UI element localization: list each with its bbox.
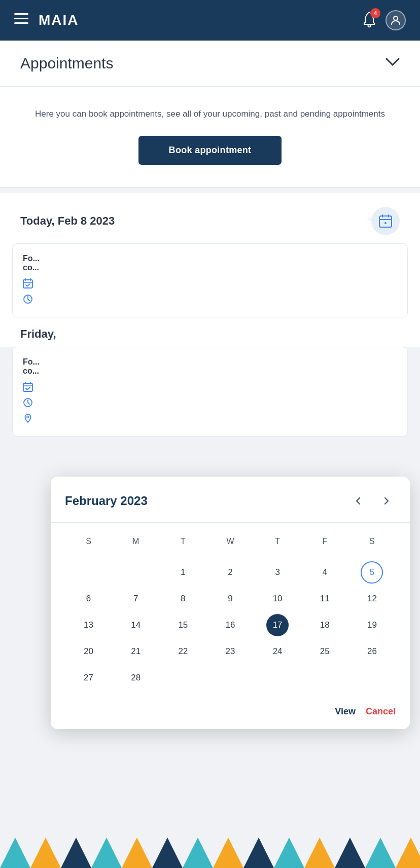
appt-meta-row-2 [23,294,397,307]
intro-text: Here you can book appointments, see all … [20,107,400,121]
triangle-decoration [365,838,396,868]
calendar-day-empty [219,667,241,689]
calendar-cancel-button[interactable]: Cancel [366,706,396,717]
intro-section: Here you can book appointments, see all … [0,87,420,188]
appointment-card-2: Fo...co... [12,347,408,437]
svg-rect-7 [23,280,32,288]
calendar-day-22[interactable]: 22 [172,640,194,663]
calendar-day-10[interactable]: 10 [266,588,289,610]
calendar-day-3[interactable]: 3 [266,561,289,584]
calendar-day-25[interactable]: 25 [313,640,336,663]
dow-fri: F [301,533,348,554]
triangle-decoration [61,838,91,868]
calendar-day-empty [266,667,289,689]
triangle-decoration [304,838,335,868]
appt-card-2-meta [23,382,397,426]
svg-point-4 [394,16,398,20]
calendar-day-5[interactable]: 5 [361,561,383,584]
calendar-day-26[interactable]: 26 [361,640,383,663]
calendar-day-20[interactable]: 20 [78,640,100,663]
calendar-day-9[interactable]: 9 [219,588,241,610]
calendar-day-4[interactable]: 4 [313,561,336,584]
calendar-day-19[interactable]: 19 [361,614,383,636]
today-label: Today, Feb 8 2023 [20,214,115,228]
calendar-day-16[interactable]: 16 [219,614,241,636]
appt-meta-row-5 [23,413,397,426]
calendar-day-27[interactable]: 27 [78,667,100,689]
notification-button[interactable]: 4 [361,11,377,29]
dow-sun: S [65,533,112,554]
calendar-day-17[interactable]: 17 [266,614,289,636]
user-icon [390,14,402,26]
svg-rect-1 [14,18,28,19]
svg-rect-0 [14,13,28,15]
calendar-nav [349,492,396,510]
calendar-footer: View Cancel [65,696,396,729]
clock-icon-2 [23,397,33,410]
triangle-decoration [183,838,213,868]
svg-point-6 [384,222,387,224]
calendar-day-7[interactable]: 7 [125,588,147,610]
calendar-picker-button[interactable] [371,207,400,235]
calendar-day-12[interactable]: 12 [361,588,383,610]
triangle-decoration [396,838,420,868]
calendar-day-14[interactable]: 14 [125,614,147,636]
dow-mon: M [112,533,159,554]
svg-rect-2 [14,22,28,24]
calendar-day-28[interactable]: 28 [125,667,147,689]
calendar-icon [378,214,393,228]
today-appointments: Fo...co... [0,243,420,317]
bottom-pattern [0,838,420,868]
dow-sat: S [348,533,396,554]
calendar-divider [51,522,410,523]
triangle-decoration [91,838,122,868]
calendar-day-15[interactable]: 15 [172,614,194,636]
app-title: MAIA [39,12,79,28]
prev-month-button[interactable] [349,492,367,510]
notification-badge: 4 [370,8,380,18]
svg-rect-5 [379,216,392,227]
dow-wed: W [206,533,254,554]
hamburger-icon[interactable] [14,13,28,27]
calendar-day-23[interactable]: 23 [219,640,241,663]
user-avatar[interactable] [386,10,406,30]
appt-card-1-title: Fo...co... [23,254,397,272]
calendar-day-11[interactable]: 11 [313,588,336,610]
calendar-header: February 2023 [65,492,396,510]
appt-meta-row-1 [23,278,397,291]
chevron-down-icon[interactable] [386,57,400,70]
calendar-view-button[interactable]: View [335,706,356,717]
main-content-area: Fo...co... [0,243,420,437]
today-date-section: Today, Feb 8 2023 [0,193,420,243]
calendar-day-21[interactable]: 21 [125,640,147,663]
calendar-day-6[interactable]: 6 [78,588,100,610]
calendar-day-2[interactable]: 2 [219,561,241,584]
calendar-day-empty [172,667,194,689]
triangle-decoration [0,838,30,868]
triangle-decoration [213,838,243,868]
calendar-check-icon [23,278,33,291]
next-month-button[interactable] [377,492,396,510]
calendar-days: 1234567891011121314151617181920212223242… [65,559,396,691]
calendar-day-13[interactable]: 13 [78,614,100,636]
calendar-day-1[interactable]: 1 [172,561,194,584]
clock-icon [23,294,33,307]
friday-label: Friday, [0,317,420,347]
calendar-day-8[interactable]: 8 [172,588,194,610]
appt-card-1-meta [23,278,397,307]
calendar-popup: February 2023 S M T W T F [51,477,410,729]
appt-meta-row-4 [23,397,397,410]
calendar-day-empty [361,667,383,689]
triangle-decoration [30,838,61,868]
calendar-day-empty [125,561,147,584]
calendar-day-empty [313,667,336,689]
svg-rect-9 [23,383,32,391]
book-appointment-button[interactable]: Book appointment [138,136,282,165]
calendar-day-24[interactable]: 24 [266,640,289,663]
triangle-decoration [243,838,274,868]
triangle-decoration [152,838,183,868]
triangle-decoration [274,838,304,868]
calendar-month-title: February 2023 [65,494,148,508]
calendar-day-18[interactable]: 18 [313,614,336,636]
calendar-day-empty [78,561,100,584]
